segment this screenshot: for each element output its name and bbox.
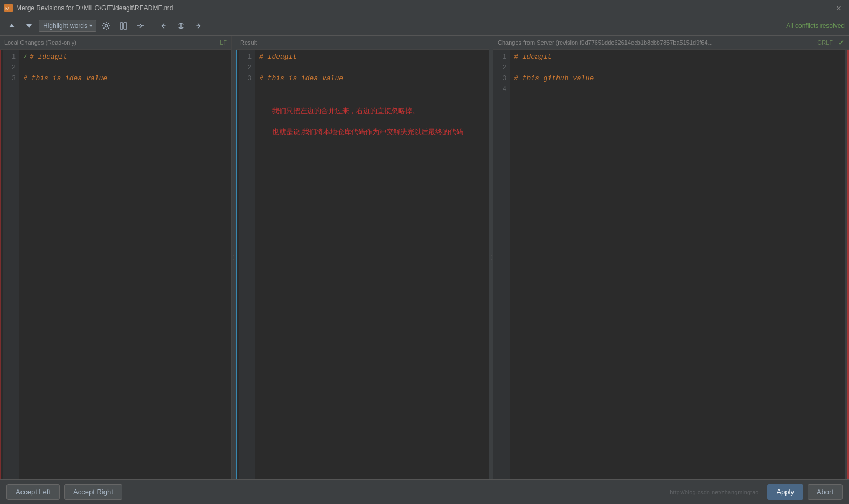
right-panel-header: Changes from Server (revision f0d77651dd… [493, 36, 849, 50]
toolbar: Highlight words ▾ [0, 16, 849, 36]
app-icon: M [4, 4, 13, 12]
middle-code-text-1: # ideagit [259, 52, 297, 62]
middle-panel-header: Result [236, 36, 489, 50]
middle-code-line-2 [259, 62, 484, 73]
next-conflict-button[interactable] [22, 19, 37, 32]
left-panel-header: Local Changes (Read-only) LF [0, 36, 231, 50]
apply-button[interactable]: Apply [767, 484, 803, 500]
accept-right-button[interactable]: Accept Right [64, 484, 122, 500]
middle-panel: Result 1 2 3 # ideagit # this i [236, 36, 489, 479]
right-code-line-3: # this github value [514, 73, 840, 84]
svg-rect-5 [120, 23, 123, 29]
accept-both-icon [177, 22, 185, 30]
svg-point-4 [105, 24, 108, 27]
middle-gutter-indicator [236, 50, 239, 479]
right-editor-area: 1 2 3 4 # ideagit # this github value [493, 50, 849, 479]
bottom-bar: Accept Left Accept Right http://blog.csd… [0, 479, 849, 504]
left-code-line-1: ✓# ideagit [23, 52, 227, 62]
accept-both-button[interactable] [173, 19, 189, 32]
dropdown-arrow-icon: ▾ [89, 23, 92, 29]
left-panel-title: Local Changes (Read-only) [4, 39, 217, 46]
middle-code-content[interactable]: # ideagit # this is idea value 我们只把左边的合并… [255, 50, 489, 479]
middle-right-divider[interactable]: ⋮ [489, 36, 493, 479]
abort-button[interactable]: Abort [808, 484, 843, 500]
all-conflicts-resolved-label: All conflicts resolved [786, 22, 845, 30]
prev-conflict-button[interactable] [4, 19, 19, 32]
accept-right-inline-button[interactable] [191, 19, 206, 32]
arrow-down-icon [25, 22, 33, 30]
title-bar: M Merge Revisions for D:\MILO\GIT\ideagi… [0, 0, 849, 16]
right-code-line-4 [514, 84, 840, 95]
gear-icon [102, 22, 110, 30]
arrow-up-icon [8, 22, 16, 30]
middle-code-text-3: # this is idea value [259, 73, 343, 84]
left-middle-divider[interactable]: ⋮ [232, 36, 236, 479]
highlight-words-label: Highlight words [43, 22, 87, 30]
left-panel: Local Changes (Read-only) LF 1 2 3 ✓# id… [0, 36, 232, 479]
left-gutter-indicator [0, 50, 3, 479]
right-check-icon: ✓ [838, 38, 845, 47]
left-panel-encoding: LF [220, 39, 227, 46]
left-code-text-3: # this is idea value [23, 73, 107, 84]
middle-annotation-line-2: 也就是说,我们将本地仓库代码作为冲突解决完以后最终的代码 [263, 121, 480, 142]
settings-button[interactable] [99, 19, 114, 32]
diff-button[interactable] [116, 19, 131, 32]
right-panel: Changes from Server (revision f0d77651dd… [493, 36, 849, 479]
middle-code-line-1: # ideagit [259, 52, 484, 62]
right-code-content[interactable]: # ideagit # this github value [510, 50, 845, 479]
middle-code-line-3: # this is idea value [259, 73, 484, 84]
right-line-numbers: 1 2 3 4 [493, 50, 510, 479]
right-code-text-3: # this github value [514, 73, 594, 84]
middle-panel-title: Result [240, 39, 484, 46]
right-panel-encoding: CRLF [817, 39, 833, 46]
close-button[interactable]: ✕ [833, 2, 845, 15]
merge-icon [136, 22, 145, 30]
svg-text:M: M [5, 6, 10, 11]
svg-marker-3 [26, 24, 32, 28]
watermark-url: http://blog.csdn.net/zhangmingtao [670, 489, 758, 495]
diff-icon [119, 22, 128, 30]
right-panel-title: Changes from Server (revision f0d77651dd… [498, 39, 814, 46]
right-scrollbar[interactable] [845, 50, 849, 479]
accept-left-icon [159, 22, 168, 30]
highlight-words-button[interactable]: Highlight words ▾ [39, 20, 96, 32]
merge-button[interactable] [133, 19, 148, 32]
accept-left-inline-button[interactable] [156, 19, 171, 32]
svg-marker-2 [9, 24, 15, 27]
left-line-numbers: 1 2 3 [3, 50, 19, 479]
right-code-line-2 [514, 62, 840, 73]
left-editor-area: 1 2 3 ✓# ideagit # this is idea value [0, 50, 231, 479]
middle-annotation-block: 我们只把左边的合并过来，右边的直接忽略掉。 也就是说,我们将本地仓库代码作为冲突… [259, 84, 484, 148]
left-code-line-3: # this is idea value [23, 73, 227, 84]
svg-rect-6 [124, 23, 127, 29]
left-code-text-1: # ideagit [30, 52, 67, 62]
toolbar-separator-1 [152, 20, 152, 31]
middle-editor-area: 1 2 3 # ideagit # this is idea value 我们只… [236, 50, 489, 479]
middle-line-numbers: 1 2 3 [239, 50, 255, 479]
middle-annotation-line-1: 我们只把左边的合并过来，右边的直接忽略掉。 [263, 100, 480, 121]
left-code-line-2 [23, 62, 227, 73]
accept-left-button[interactable]: Accept Left [6, 484, 60, 500]
accept-right-icon [194, 22, 203, 30]
check-mark-icon: ✓ [23, 52, 27, 62]
right-code-text-1: # ideagit [514, 52, 552, 62]
right-code-line-1: # ideagit [514, 52, 840, 62]
left-code-content[interactable]: ✓# ideagit # this is idea value [19, 50, 231, 479]
window-title: Merge Revisions for D:\MILO\GIT\ideagit\… [16, 4, 833, 12]
main-area: Local Changes (Read-only) LF 1 2 3 ✓# id… [0, 36, 849, 479]
